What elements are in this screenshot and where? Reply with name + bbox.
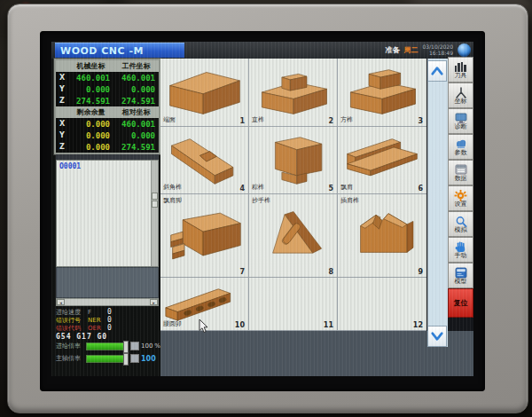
preset-number: 10	[235, 321, 245, 329]
preset-number: 1	[239, 117, 245, 125]
preset-number: 2	[328, 117, 333, 125]
sidebar-item-label: 设置	[455, 201, 467, 208]
preset-number: 9	[418, 268, 423, 276]
spindle-override-label: 主轴倍率	[56, 354, 84, 363]
grid-scroll-track[interactable]	[427, 59, 448, 347]
hand-icon	[454, 241, 467, 253]
datetime: 03/10/2020 16:18:49	[422, 44, 453, 57]
remain-header: 剩余余量	[68, 106, 113, 118]
sidebar-item-manual[interactable]: 手动	[448, 237, 473, 263]
sidebar-item-label: 模型	[455, 279, 467, 285]
sidebar-item-coords[interactable]: 坐标	[448, 83, 473, 108]
scroll-left-button[interactable]: ◂	[57, 299, 65, 305]
remain-y: 0.000	[68, 130, 113, 141]
scroll-right-button[interactable]: ▸	[150, 299, 158, 305]
override-box	[130, 342, 139, 350]
preset-number: 6	[418, 185, 423, 193]
gear-icon	[454, 190, 467, 201]
machine-coord-header: 机械坐标	[68, 60, 113, 72]
monitor-bezel: WOOD CNC -M 准备 周二 03/10/2020 16:18:49 机械…	[7, 4, 528, 413]
sidebar-item-label: 刀具	[455, 73, 467, 79]
left-panel: 机械坐标 工件坐标 X 460.001 460.001 Y 0.000 0.00…	[51, 59, 160, 376]
scroll-down-button[interactable]	[427, 326, 447, 347]
relative-x: 460.001	[113, 118, 159, 130]
feed-rate-code: F	[88, 309, 107, 316]
error-code-label: 错误代码	[56, 324, 88, 333]
monitor-icon	[454, 113, 468, 124]
preset-cell[interactable]: 斜角榫 4	[160, 127, 249, 194]
relative-z: 274.591	[113, 141, 159, 153]
preset-cell[interactable]: 粽榫 5	[249, 127, 338, 194]
sidebar-item-label: 数据	[455, 176, 467, 182]
spindle-override-value: 100	[141, 355, 156, 363]
preset-number: 3	[418, 117, 423, 125]
preset-cell[interactable]: 11	[249, 278, 338, 331]
error-line-code: NER	[88, 317, 107, 324]
sidebar-item-simulation[interactable]: 模拟	[448, 211, 473, 237]
preset-label: 飘肩脚	[163, 196, 182, 205]
preset-cell[interactable]: 抄手榫 8	[249, 194, 338, 278]
chevron-up-icon	[430, 66, 444, 76]
relative-y: 0.000	[113, 130, 159, 141]
feed-override-unit: %	[154, 342, 160, 350]
screen-frame: WOOD CNC -M 准备 周二 03/10/2020 16:18:49 机械…	[40, 31, 485, 391]
preset-number: 12	[413, 321, 423, 329]
preset-cell[interactable]: 插肩榫 9	[338, 194, 426, 278]
work-y: 0.000	[113, 83, 159, 95]
joint-image-tenoned-leg	[160, 194, 248, 277]
preset-cell[interactable]: 方榫 3	[338, 59, 426, 127]
feed-override-value: 100	[141, 342, 153, 350]
error-code-value: 0	[107, 324, 112, 332]
scrollbar-button[interactable]	[152, 193, 158, 200]
app-window-icon	[454, 267, 468, 279]
sidebar-item-settings[interactable]: 设置	[448, 185, 473, 211]
coordinate-panel: 机械坐标 工件坐标 X 460.001 460.001 Y 0.000 0.00…	[56, 60, 159, 153]
scrollbar-button[interactable]	[152, 201, 158, 208]
sidebar-item-label: 模拟	[455, 227, 467, 233]
program-editor[interactable]: O0001	[56, 160, 159, 267]
preset-cell[interactable]: 直榫 2	[249, 59, 338, 127]
machine-state: 准备	[385, 45, 399, 55]
relative-header: 相对坐标	[113, 106, 159, 118]
program-name: O0001	[59, 162, 81, 170]
preset-cell[interactable]: 12	[338, 278, 426, 331]
reset-button[interactable]: 复位	[448, 288, 473, 318]
preset-label: 腰圆卯	[163, 319, 182, 328]
axis-label: Z	[56, 141, 68, 153]
app-title-bar: WOOD CNC -M	[55, 43, 184, 58]
sidebar-item-label: 诊断	[455, 124, 467, 130]
work-z: 274.591	[113, 95, 159, 106]
sidebar-item-diagnosis[interactable]: 诊断	[448, 108, 473, 134]
machine-z: 274.591	[68, 95, 113, 106]
axis-label: Y	[56, 83, 68, 95]
preset-cell[interactable]: 飘肩脚 7	[160, 194, 249, 278]
globe-icon	[458, 43, 471, 57]
window-icon	[454, 164, 468, 176]
preset-label: 抄手榫	[252, 196, 270, 205]
preset-cell[interactable]: 飘肩 6	[338, 127, 426, 194]
spindle-override-slider[interactable]	[86, 355, 129, 363]
editor-vertical-scrollbar[interactable]	[151, 161, 158, 266]
editor-horizontal-scrollbar[interactable]: ◂ ▸	[56, 298, 159, 306]
sidebar-item-tool[interactable]: 刀具	[448, 57, 473, 83]
weekday: 周二	[403, 45, 418, 55]
scroll-up-button[interactable]	[427, 60, 447, 82]
screen: WOOD CNC -M 准备 周二 03/10/2020 16:18:49 机械…	[51, 42, 473, 376]
mouse-cursor	[199, 319, 208, 337]
error-code-code: OER	[88, 325, 107, 332]
sidebar-item-data[interactable]: 数据	[448, 160, 473, 185]
preset-cell[interactable]: 端面 1	[160, 59, 249, 127]
sidebar-item-model[interactable]: 模型	[448, 263, 473, 288]
joint-image-notched-box	[338, 194, 426, 277]
chevron-down-icon	[430, 331, 444, 342]
feed-override-slider[interactable]	[86, 342, 129, 350]
preset-label: 直榫	[252, 115, 264, 124]
sidebar-item-label: 参数	[455, 150, 467, 156]
axis-icon	[454, 87, 468, 98]
preset-number: 5	[328, 185, 333, 193]
sidebar-item-parameters[interactable]: 参数	[448, 134, 473, 160]
page-title: WOOD CNC -M	[60, 45, 144, 57]
axis-label: Z	[56, 95, 68, 106]
tools-icon	[454, 61, 468, 73]
remain-z: 0.000	[68, 141, 113, 153]
